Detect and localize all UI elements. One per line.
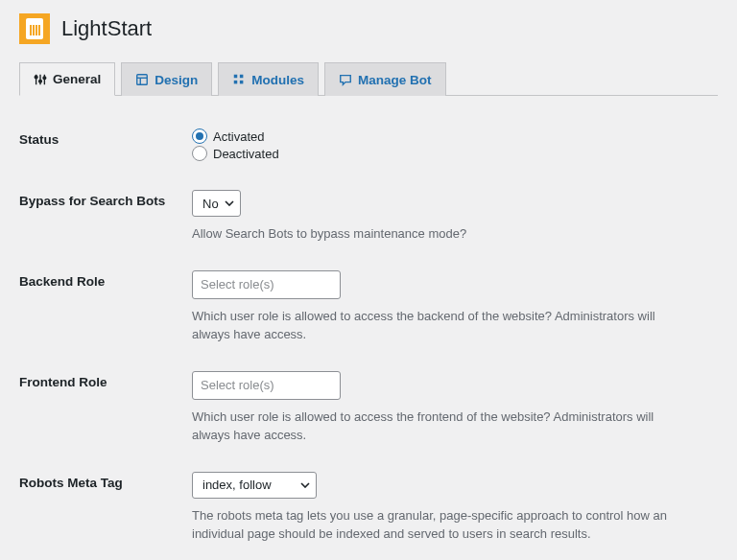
grid-icon <box>232 73 246 86</box>
field-robots: Robots Meta Tag index, follow The robots… <box>19 458 718 557</box>
radio-label: Activated <box>213 129 264 144</box>
svg-rect-10 <box>240 75 244 79</box>
robots-select[interactable]: index, follow <box>192 472 317 499</box>
field-bypass: Bypass for Search Bots No Allow Search B… <box>19 176 718 257</box>
robots-label: Robots Meta Tag <box>19 472 192 490</box>
radio-icon <box>192 146 207 161</box>
radio-label: Deactivated <box>213 147 279 161</box>
backend-role-label: Backend Role <box>19 270 192 289</box>
tab-general[interactable]: General <box>19 62 115 96</box>
svg-rect-9 <box>234 75 238 79</box>
tab-label: Manage Bot <box>358 73 432 87</box>
app-logo <box>19 13 50 44</box>
tab-bar: General Design Modules Manage Bot <box>19 61 718 96</box>
field-frontend-role: Frontend Role Which user role is allowed… <box>19 358 718 458</box>
frontend-role-label: Frontend Role <box>19 371 192 389</box>
tab-manage-bot[interactable]: Manage Bot <box>324 62 446 96</box>
status-label: Status <box>19 128 192 147</box>
svg-point-3 <box>39 80 42 82</box>
radio-icon <box>192 128 207 144</box>
tab-modules[interactable]: Modules <box>218 62 319 96</box>
backend-role-description: Which user role is allowed to access the… <box>192 307 691 344</box>
robots-description: The robots meta tag lets you use a granu… <box>192 506 691 544</box>
tab-label: Design <box>155 73 198 87</box>
tab-label: Modules <box>251 73 304 87</box>
status-deactivated-radio[interactable]: Deactivated <box>192 146 718 161</box>
field-status: Status Activated Deactivated <box>19 115 718 176</box>
svg-rect-12 <box>240 81 244 84</box>
chevron-down-icon <box>300 482 310 488</box>
field-backend-role: Backend Role Which user role is allowed … <box>19 257 718 358</box>
tab-label: General <box>53 72 101 86</box>
bypass-description: Allow Search Bots to bypass maintenance … <box>192 224 691 244</box>
layout-icon <box>135 73 149 86</box>
svg-rect-11 <box>234 81 238 84</box>
svg-point-5 <box>43 76 46 79</box>
frontend-role-description: Which user role is allowed to access the… <box>192 408 691 445</box>
select-value: No <box>202 197 219 211</box>
backend-role-input[interactable] <box>192 270 341 299</box>
field-redirection: Redirection If you want to redirect a us… <box>19 557 718 561</box>
select-value: index, follow <box>202 478 272 492</box>
chat-icon <box>339 73 352 86</box>
chevron-down-icon <box>225 200 234 206</box>
tab-design[interactable]: Design <box>121 62 212 96</box>
svg-point-1 <box>35 75 37 78</box>
settings-form: Status Activated Deactivated Bypass for … <box>0 96 737 560</box>
svg-rect-6 <box>137 75 148 85</box>
bypass-select[interactable]: No <box>192 190 241 217</box>
bypass-label: Bypass for Search Bots <box>19 190 192 208</box>
sliders-icon <box>34 73 47 86</box>
page-header: LightStart <box>0 0 737 61</box>
app-title: LightStart <box>61 16 152 41</box>
status-activated-radio[interactable]: Activated <box>192 128 718 144</box>
frontend-role-input[interactable] <box>192 371 341 400</box>
